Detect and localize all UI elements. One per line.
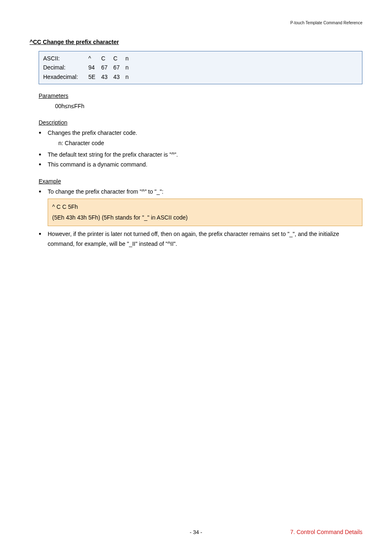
bullet-text: The default text string for the prefix c… <box>48 151 178 158</box>
section-title: ^CC Change the prefix character <box>30 39 362 45</box>
list-item: The default text string for the prefix c… <box>39 150 362 160</box>
row-label: ASCII: <box>43 54 88 63</box>
example-line-2: (5Eh 43h 43h 5Fh) (5Fh stands for "_" in… <box>52 212 358 223</box>
example-heading: Example <box>39 178 362 185</box>
example-box: ^ C C 5Fh (5Eh 43h 43h 5Fh) (5Fh stands … <box>48 199 362 226</box>
cell: n <box>125 72 134 81</box>
example-line-1: ^ C C 5Fh <box>52 201 358 213</box>
example-list: To change the prefix character from "^" … <box>39 187 362 197</box>
cell: 43 <box>113 72 126 81</box>
row-label: Hexadecimal: <box>43 72 88 81</box>
description-list: Changes the prefix character code. n: Ch… <box>39 128 362 170</box>
cell: 5E <box>88 72 101 81</box>
cell: 94 <box>88 63 101 72</box>
footer-right: 7. Control Command Details <box>290 529 362 535</box>
cell: ^ <box>88 54 101 63</box>
cell: n <box>125 54 134 63</box>
bullet-text: Changes the prefix character code. <box>48 130 137 136</box>
bullet-sub: n: Character code <box>58 139 362 148</box>
cell: C <box>101 54 113 63</box>
page-content: ^CC Change the prefix character ASCII: ^… <box>0 0 392 265</box>
bullet-text: This command is a dynamic command. <box>48 161 148 168</box>
example-after: However, if the printer is later not tur… <box>48 231 339 247</box>
table-row: ASCII: ^ C C n <box>43 54 134 63</box>
list-item: Changes the prefix character code. n: Ch… <box>39 128 362 149</box>
list-item: However, if the printer is later not tur… <box>39 229 362 249</box>
parameters-heading: Parameters <box>39 92 362 99</box>
list-item: To change the prefix character from "^" … <box>39 187 362 197</box>
example-lead: To change the prefix character from "^" … <box>48 188 164 195</box>
cell: 67 <box>113 63 126 72</box>
description-heading: Description <box>39 119 362 126</box>
example-after-list: However, if the printer is later not tur… <box>39 229 362 249</box>
parameters-line: 00h≤n≤FFh <box>55 102 362 111</box>
cell: 67 <box>101 63 113 72</box>
row-label: Decimal: <box>43 63 88 72</box>
table-row: Decimal: 94 67 67 n <box>43 63 134 72</box>
code-table: ASCII: ^ C C n Decimal: 94 67 67 n Hexad… <box>39 51 362 84</box>
list-item: This command is a dynamic command. <box>39 160 362 170</box>
header-right: P-touch Template Command Reference <box>291 21 362 25</box>
cell: C <box>113 54 126 63</box>
cell: 43 <box>101 72 113 81</box>
table-row: Hexadecimal: 5E 43 43 n <box>43 72 134 81</box>
cell: n <box>125 63 134 72</box>
